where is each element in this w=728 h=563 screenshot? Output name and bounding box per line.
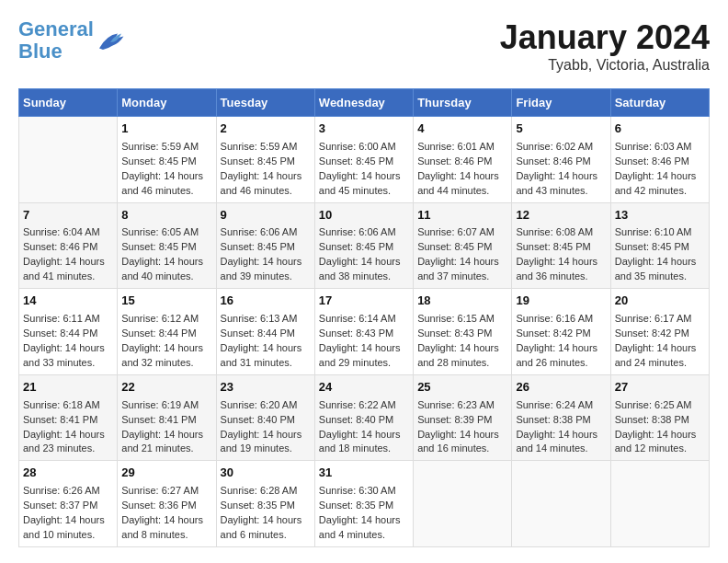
day-number: 31: [319, 465, 409, 482]
day-info-line: Daylight: 14 hours: [121, 513, 211, 528]
day-info-line: Sunrise: 6:11 AM: [23, 312, 113, 327]
calendar-day-cell: 27Sunrise: 6:25 AMSunset: 8:38 PMDayligh…: [610, 374, 709, 461]
day-info-line: Sunrise: 6:00 AM: [319, 140, 409, 155]
day-info-line: Sunset: 8:38 PM: [615, 413, 705, 428]
logo-line1: General: [18, 17, 94, 40]
day-info-line: Sunset: 8:44 PM: [121, 327, 211, 341]
day-info-line: and 29 minutes.: [319, 356, 409, 371]
logo-text: General Blue: [18, 18, 94, 63]
day-number: 30: [221, 465, 311, 482]
day-info-line: Daylight: 14 hours: [417, 255, 507, 270]
day-number: 1: [121, 121, 211, 138]
day-info-line: Daylight: 14 hours: [516, 169, 606, 184]
day-info-line: Daylight: 14 hours: [221, 513, 311, 528]
calendar-day-cell: 18Sunrise: 6:15 AMSunset: 8:43 PMDayligh…: [414, 289, 512, 375]
day-info-line: Daylight: 14 hours: [221, 428, 311, 442]
day-info-line: Sunrise: 6:19 AM: [121, 398, 211, 413]
day-info-line: and 14 minutes.: [516, 442, 606, 456]
day-info-line: Sunset: 8:41 PM: [121, 413, 211, 428]
day-info-line: Daylight: 14 hours: [319, 169, 409, 184]
day-number: 3: [319, 121, 409, 138]
day-info-line: Sunset: 8:45 PM: [221, 155, 311, 169]
day-number: 29: [121, 465, 211, 482]
calendar-table: SundayMondayTuesdayWednesdayThursdayFrid…: [18, 88, 710, 547]
day-info-line: Sunset: 8:45 PM: [516, 240, 606, 255]
day-info-line: Sunrise: 6:16 AM: [516, 312, 606, 327]
day-info-line: Sunrise: 5:59 AM: [121, 140, 211, 155]
day-info-line: Sunset: 8:45 PM: [121, 240, 211, 255]
day-info-line: Daylight: 14 hours: [516, 341, 606, 356]
day-info-line: Sunset: 8:40 PM: [221, 413, 311, 428]
day-info-line: Daylight: 14 hours: [417, 341, 507, 356]
day-info-line: and 44 minutes.: [417, 184, 507, 199]
day-info-line: Sunset: 8:40 PM: [319, 413, 409, 428]
day-info-line: Daylight: 14 hours: [417, 169, 507, 184]
day-info-line: Sunrise: 6:15 AM: [417, 312, 507, 327]
calendar-day-cell: 23Sunrise: 6:20 AMSunset: 8:40 PMDayligh…: [216, 374, 314, 461]
day-info-line: Sunset: 8:45 PM: [319, 240, 409, 255]
day-number: 8: [121, 207, 211, 224]
day-info-line: and 12 minutes.: [615, 442, 705, 456]
day-info-line: Daylight: 14 hours: [319, 255, 409, 270]
calendar-day-cell: 7Sunrise: 6:04 AMSunset: 8:46 PMDaylight…: [19, 202, 118, 289]
day-info-line: and 46 minutes.: [221, 184, 311, 199]
weekday-header-tuesday: Tuesday: [216, 89, 314, 117]
day-info-line: Sunrise: 6:28 AM: [221, 484, 311, 499]
day-info-line: Daylight: 14 hours: [319, 341, 409, 356]
day-info-line: and 6 minutes.: [221, 528, 311, 543]
day-info-line: Sunrise: 5:59 AM: [221, 140, 311, 155]
day-info-line: Daylight: 14 hours: [417, 428, 507, 442]
day-info-line: and 31 minutes.: [221, 356, 311, 371]
day-number: 25: [417, 379, 507, 396]
day-info-line: Sunrise: 6:18 AM: [23, 398, 113, 413]
day-info-line: Daylight: 14 hours: [23, 428, 113, 442]
calendar-day-cell: 6Sunrise: 6:03 AMSunset: 8:46 PMDaylight…: [610, 117, 709, 203]
calendar-empty-cell: [512, 461, 610, 547]
calendar-day-cell: 2Sunrise: 5:59 AMSunset: 8:45 PMDaylight…: [216, 117, 314, 203]
calendar-day-cell: 15Sunrise: 6:12 AMSunset: 8:44 PMDayligh…: [118, 289, 216, 375]
calendar-day-cell: 25Sunrise: 6:23 AMSunset: 8:39 PMDayligh…: [414, 374, 512, 461]
calendar-day-cell: 13Sunrise: 6:10 AMSunset: 8:45 PMDayligh…: [610, 202, 709, 289]
day-info-line: Daylight: 14 hours: [516, 255, 606, 270]
day-info-line: and 39 minutes.: [221, 270, 311, 284]
day-number: 11: [417, 207, 507, 224]
day-info-line: Sunset: 8:46 PM: [615, 155, 705, 169]
day-info-line: Sunset: 8:43 PM: [319, 327, 409, 341]
calendar-day-cell: 24Sunrise: 6:22 AMSunset: 8:40 PMDayligh…: [314, 374, 413, 461]
day-info-line: Daylight: 14 hours: [221, 255, 311, 270]
day-info-line: Sunset: 8:42 PM: [516, 327, 606, 341]
day-info-line: Sunrise: 6:04 AM: [23, 225, 113, 240]
weekday-header-monday: Monday: [118, 89, 216, 117]
calendar-day-cell: 22Sunrise: 6:19 AMSunset: 8:41 PMDayligh…: [118, 374, 216, 461]
calendar-week-row: 21Sunrise: 6:18 AMSunset: 8:41 PMDayligh…: [19, 374, 710, 461]
day-info-line: Sunset: 8:35 PM: [221, 499, 311, 513]
day-info-line: Sunrise: 6:10 AM: [615, 225, 705, 240]
day-info-line: Daylight: 14 hours: [319, 513, 409, 528]
day-number: 22: [121, 379, 211, 396]
day-number: 23: [221, 379, 311, 396]
day-info-line: Daylight: 14 hours: [319, 428, 409, 442]
calendar-day-cell: 17Sunrise: 6:14 AMSunset: 8:43 PMDayligh…: [314, 289, 413, 375]
calendar-day-cell: 8Sunrise: 6:05 AMSunset: 8:45 PMDaylight…: [118, 202, 216, 289]
day-info-line: Daylight: 14 hours: [121, 428, 211, 442]
day-info-line: Sunset: 8:37 PM: [23, 499, 113, 513]
title-block: January 2024 Tyabb, Victoria, Australia: [500, 18, 710, 74]
calendar-week-row: 28Sunrise: 6:26 AMSunset: 8:37 PMDayligh…: [19, 461, 710, 547]
day-info-line: and 32 minutes.: [121, 356, 211, 371]
day-info-line: Sunset: 8:36 PM: [121, 499, 211, 513]
day-info-line: and 42 minutes.: [615, 184, 705, 199]
day-info-line: and 37 minutes.: [417, 270, 507, 284]
calendar-day-cell: 3Sunrise: 6:00 AMSunset: 8:45 PMDaylight…: [314, 117, 413, 203]
day-number: 19: [516, 293, 606, 310]
day-info-line: Sunset: 8:45 PM: [615, 240, 705, 255]
day-number: 10: [319, 207, 409, 224]
day-info-line: and 4 minutes.: [319, 528, 409, 543]
day-info-line: Daylight: 14 hours: [516, 428, 606, 442]
day-info-line: Daylight: 14 hours: [121, 169, 211, 184]
day-number: 5: [516, 121, 606, 138]
day-info-line: Sunrise: 6:07 AM: [417, 225, 507, 240]
day-info-line: Sunset: 8:44 PM: [221, 327, 311, 341]
day-info-line: Sunset: 8:39 PM: [417, 413, 507, 428]
day-info-line: Sunset: 8:45 PM: [319, 155, 409, 169]
calendar-day-cell: 21Sunrise: 6:18 AMSunset: 8:41 PMDayligh…: [19, 374, 118, 461]
